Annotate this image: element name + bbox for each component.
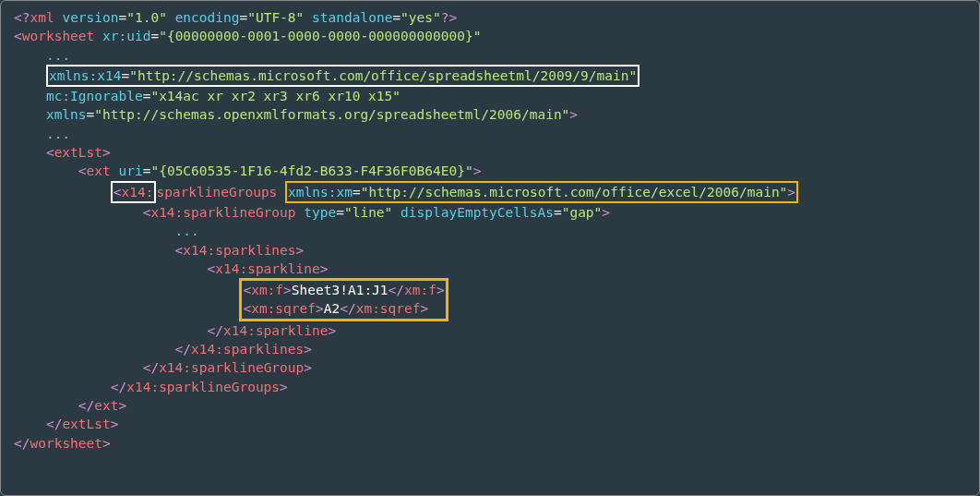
highlight-gold-box-1: xmlns:xm="http://schemas.microsoft.com/o…: [285, 181, 798, 203]
line-worksheet-open: <worksheet xr:uid="{00000000-0001-0000-0…: [14, 27, 966, 45]
line-ellipsis-1: ...: [14, 46, 966, 65]
line-ext-close: </ext>: [14, 396, 966, 415]
line-sparklines-open: <x14:sparklines>: [14, 241, 966, 260]
line-sparklinegroups-close: </x14:sparklineGroups>: [14, 378, 966, 396]
line-mc-ignorable: mc:Ignorable="x14ac xr xr2 xr3 xr6 xr10 …: [14, 87, 966, 105]
line-sparklinegroup-open: <x14:sparklineGroup type="line" displayE…: [14, 203, 966, 222]
line-ellipsis-3: ...: [14, 222, 966, 240]
line-sparkline-open: <x14:sparkline>: [14, 260, 966, 278]
line-ellipsis-2: ...: [14, 125, 966, 143]
line-sparklines-close: </x14:sparklines>: [14, 340, 966, 358]
line-xml-decl: <?xml version="1.0" encoding="UTF-8" sta…: [14, 8, 966, 27]
line-sparklinegroup-close: </x14:sparklineGroup>: [14, 358, 966, 377]
line-worksheet-close: </worksheet>: [14, 434, 966, 453]
line-extlst-close: </extLst>: [14, 415, 966, 433]
line-extlst-open: <extLst>: [14, 143, 966, 162]
highlight-white-box-2: <x14:: [111, 181, 157, 203]
line-xmlns-x14: xmlns:x14="http://schemas.microsoft.com/…: [14, 65, 966, 87]
line-ext-open: <ext uri="{05C60535-1F16-4fd2-B633-F4F36…: [14, 162, 966, 180]
highlight-gold-box-2: <xm:f>Sheet3!A1:J1</xm:f><xm:sqref>A2</x…: [239, 278, 448, 321]
code-block: <?xml version="1.0" encoding="UTF-8" sta…: [0, 0, 980, 496]
line-sparklinegroups-open: <x14:sparklineGroups xmlns:xm="http://sc…: [14, 181, 966, 203]
line-sparkline-close: </x14:sparkline>: [14, 321, 966, 340]
line-xmlns-main: xmlns="http://schemas.openxmlformats.org…: [14, 105, 966, 124]
highlight-white-box-1: xmlns:x14="http://schemas.microsoft.com/…: [46, 65, 639, 87]
line-xm-f-sqref-group: <xm:f>Sheet3!A1:J1</xm:f><xm:sqref>A2</x…: [14, 278, 966, 321]
